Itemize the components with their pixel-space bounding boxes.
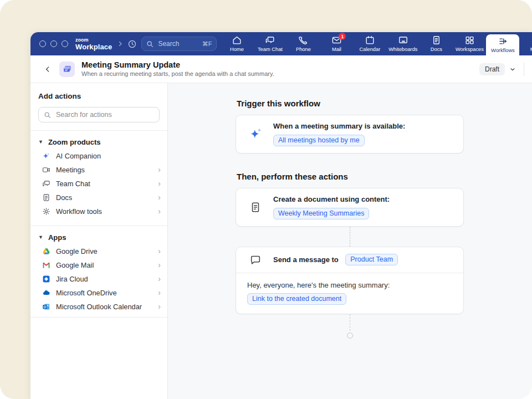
status-badge[interactable]: Draft [479,63,505,75]
global-search[interactable]: ⌘F [141,37,217,51]
sidebar-title: Add actions [38,92,160,100]
chevron-right-icon [158,275,161,283]
sidebar-item-ai-companion[interactable]: AI Companion [30,149,167,163]
back-button[interactable] [40,62,55,76]
sidebar-item-google-drive[interactable]: Google Drive [30,244,167,258]
document-content-tag[interactable]: Weekly Meeting Summaries [273,208,369,219]
chevron-right-icon [158,180,161,187]
sidebar-divider [30,317,167,318]
actions-heading: Then, perform these actions [237,172,464,181]
sidebar-item-docs[interactable]: Docs [30,191,167,204]
sidebar-item-jira-cloud[interactable]: Jira Cloud [30,272,167,286]
chevron-right-icon [158,193,161,201]
main-area: Add actions Zoom products AI Companion [30,83,532,399]
caret-down-icon [38,235,43,240]
actions-sidebar: Add actions Zoom products AI Companion [30,83,168,399]
workflows-icon [498,36,508,47]
action-card-create-document[interactable]: Create a document using content: Weekly … [236,188,464,227]
page-subtitle: When a recurring meeting starts, post th… [81,70,274,78]
action-document-text: Create a document using content: [273,195,390,204]
chevron-right-icon [158,289,161,296]
onedrive-icon [42,289,50,298]
sidebar-item-meetings[interactable]: Meetings [30,163,167,177]
chevron-right-icon [158,303,161,310]
sidebar-item-team-chat[interactable]: Team Chat [30,177,167,191]
home-icon [232,35,242,45]
zoom-workplace-logo: zoom Workplace [75,38,112,50]
document-icon [247,201,264,213]
tab-home[interactable]: Home [220,32,253,55]
search-shortcut: ⌘F [202,40,212,48]
window-control-dot[interactable] [39,40,46,47]
sidebar-divider [30,130,167,131]
chevron-right-icon[interactable] [117,40,124,47]
docs-icon [42,193,50,202]
tab-team-chat[interactable]: Team Chat [253,32,287,55]
trigger-card[interactable]: When a meeting summary is available: All… [236,115,464,154]
tab-mail[interactable]: Mail 1 [320,32,353,55]
sidebar-item-google-mail[interactable]: Google Mail [30,258,167,272]
mail-unread-badge: 1 [339,33,346,40]
whiteboards-icon [398,35,408,45]
action-card-send-message[interactable]: Send a message to Product Team Hey, ever… [236,247,464,315]
chevron-left-icon [44,65,52,73]
message-link-tag[interactable]: Link to the created document [247,293,346,305]
window-control-dot[interactable] [62,40,68,47]
message-recipient-tag[interactable]: Product Team [345,254,398,265]
trigger-scope-tag[interactable]: All meetings hosted by me [273,135,365,146]
ai-companion-icon [42,152,50,161]
workflow-emoji-icon [59,62,75,77]
section-zoom-products[interactable]: Zoom products [38,138,160,146]
tab-calendar[interactable]: Calendar [353,32,386,55]
caret-down-icon [38,140,43,145]
tab-more[interactable]: More [519,32,532,55]
team-chat-icon [42,180,50,188]
tab-docs[interactable]: Docs [420,32,453,55]
sidebar-item-workflow-tools[interactable]: Workflow tools [30,204,167,218]
search-icon [146,40,154,48]
trigger-text: When a meeting summary is available: [273,122,405,131]
chevron-right-icon [158,166,161,173]
meetings-icon [42,166,50,175]
flow-connector [350,227,350,247]
phone-icon [298,35,309,45]
gear-icon [42,207,50,216]
actions-search[interactable] [38,107,160,122]
chat-bubble-icon [247,254,264,266]
ai-sparkle-icon [247,126,264,141]
tab-whiteboards[interactable]: Whiteboards [386,32,420,55]
sidebar-divider [30,226,167,226]
page-title: Meeting Summary Update [81,60,274,70]
flow-end-node[interactable] [347,332,353,339]
history-icon[interactable] [127,39,137,49]
tab-workspaces[interactable]: Workspaces [453,32,486,55]
window-controls[interactable] [39,40,68,47]
search-input[interactable] [157,39,198,48]
window-control-dot[interactable] [50,40,57,47]
workspaces-icon [464,35,475,45]
tab-workflows[interactable]: Workflows [486,34,519,55]
page-background: zoom Workplace ⌘F Home [0,0,532,399]
calendar-icon [365,35,375,45]
flow-connector [350,314,350,331]
header-right: Draft [479,63,524,76]
jira-cloud-icon [42,275,50,284]
outlook-calendar-icon [42,303,50,311]
workflow-header: Meeting Summary Update When a recurring … [30,55,532,83]
section-apps[interactable]: Apps [38,233,160,242]
chevron-right-icon [158,247,161,255]
sidebar-item-microsoft-outlook-calendar[interactable]: Microsoft Outlook Calendar [30,300,167,314]
chevron-right-icon [158,261,161,269]
search-icon [44,111,51,119]
action-message-text: Send a message to [273,255,339,264]
top-navbar: zoom Workplace ⌘F Home [30,32,532,55]
google-drive-icon [42,247,50,256]
team-chat-icon [265,35,275,45]
chevron-down-icon[interactable] [509,66,516,73]
trigger-heading: Trigger this workflow [237,99,464,108]
tab-phone[interactable]: Phone [287,32,320,55]
actions-search-input[interactable] [55,110,154,119]
sidebar-item-microsoft-onedrive[interactable]: Microsoft OneDrive [30,286,167,300]
header-divider [524,63,524,76]
message-body-text: Hey, everyone, here's the meeting summar… [247,280,452,290]
